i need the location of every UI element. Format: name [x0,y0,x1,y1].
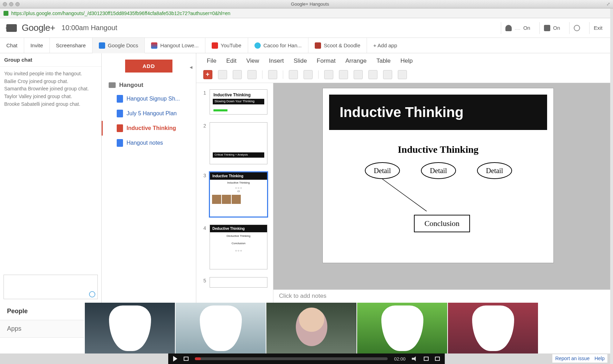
undo-button[interactable] [218,70,227,79]
menu-slide[interactable]: Slide [294,57,307,64]
detail-node[interactable]: Detail [477,162,512,179]
camera-toggle[interactable]: On [539,22,564,34]
detail-node[interactable]: Detail [421,162,456,179]
text-box-button[interactable] [368,70,377,79]
tab-cacoo[interactable]: Cacoo for Han... [248,38,308,53]
emoji-icon[interactable] [89,291,95,297]
paste-button[interactable] [247,70,257,79]
settings-player-icon[interactable] [435,357,440,361]
image-button[interactable] [383,70,392,79]
speaker-notes[interactable]: Click to add notes [273,289,613,303]
tab-invite[interactable]: Invite [24,38,50,53]
window-resize-edge[interactable] [610,8,613,364]
thumb-number: 4 [200,225,206,269]
avatar [212,195,221,204]
hangouts-header: Google+ 10:00am Hangout .... On On Exit [0,18,613,38]
chat-header: Group chat [0,53,101,67]
tab-lower-third[interactable]: Hangout Lowe... [145,38,205,53]
person-silhouette-icon [296,308,327,346]
participant-video[interactable] [448,303,538,353]
line-tool-button[interactable] [339,70,348,79]
tab-scoot-doodle[interactable]: Scoot & Doodle [308,38,367,53]
camera-icon [544,25,550,31]
menu-insert[interactable]: Insert [269,57,284,64]
menu-table[interactable]: Table [376,57,391,64]
settings-button[interactable] [569,22,584,34]
avatar [222,195,231,204]
slides-editor: File Edit View Insert Slide Format Arran… [196,53,613,303]
fit-button[interactable] [289,70,298,79]
exit-button[interactable]: Exit [589,22,607,34]
url-text: https://plus.google.com/hangouts/_/d3012… [11,11,230,16]
add-app-button[interactable]: + Add app [367,38,403,53]
gear-icon [574,25,580,31]
tab-google-docs[interactable]: Google Docs [93,38,145,53]
close-window-icon[interactable] [3,2,7,6]
menu-file[interactable]: File [207,57,216,64]
conclusion-node[interactable]: Conclusion [414,215,470,232]
slide-thumb-1[interactable]: Inductive Thinking Slowing Down Your Thi… [210,89,267,115]
folder-icon [109,82,116,88]
mic-toggle[interactable]: .... On [501,22,534,34]
doc-item-notes[interactable]: Hangout notes [102,136,196,150]
tab-chat[interactable]: Chat [0,38,24,53]
report-issue-link[interactable]: Report an issue [555,356,590,361]
slide-subtitle[interactable]: Inductive Thinking [323,144,553,155]
redo-button[interactable] [233,70,242,79]
add-document-button[interactable]: ADD [125,60,173,73]
tab-youtube[interactable]: YouTube [205,38,248,53]
slide-canvas-area[interactable]: Inductive Thinking Inductive Thinking De… [273,83,613,289]
fullscreen-icon[interactable] [424,357,429,361]
address-bar[interactable]: https://plus.google.com/hangouts/_/d3012… [0,8,613,18]
chat-input[interactable] [4,275,98,299]
paint-format-button[interactable] [268,70,277,79]
person-silhouette-icon [109,305,151,351]
menu-edit[interactable]: Edit [226,57,236,64]
tab-people[interactable]: People [0,303,84,320]
participant-video[interactable] [176,303,266,353]
seek-bar[interactable] [195,357,388,360]
participant-video[interactable] [85,303,175,353]
doc-item-signup[interactable]: Hangout Signup Sh... [102,91,196,106]
minimize-window-icon[interactable] [9,2,13,6]
app-tab-strip: Chat Invite Screenshare Google Docs Hang… [0,38,613,53]
menu-arrange[interactable]: Arrange [345,57,366,64]
participant-video[interactable] [266,303,356,353]
doc-item-july5[interactable]: July 5 Hangout Plan [102,106,196,121]
help-link[interactable]: Help [594,356,605,361]
menu-help[interactable]: Help [401,57,413,64]
link-button[interactable] [398,70,407,79]
folder-hangout[interactable]: Hangout [102,79,196,91]
stop-button-icon[interactable] [184,357,189,361]
zoom-window-icon[interactable] [15,2,20,6]
doc-item-inductive[interactable]: Inductive Thinking [102,121,196,136]
shape-tool-button[interactable] [354,70,363,79]
doc-icon [117,95,123,103]
slide-thumb-5[interactable] [210,277,267,288]
menu-format[interactable]: Format [317,57,336,64]
slide-title[interactable]: Inductive Thinking [329,95,547,130]
thumb-number: 2 [200,122,206,164]
slide-canvas[interactable]: Inductive Thinking Inductive Thinking De… [322,88,554,263]
expand-icon[interactable]: ⤢ [596,1,610,7]
window-controls[interactable] [3,2,20,6]
slide-thumb-3[interactable]: Inductive Thinking Inductive Thinking ○ … [210,172,267,217]
collapse-sidebar-icon[interactable]: ◂ [190,64,192,70]
collaborator-avatars [210,193,267,205]
tab-screenshare[interactable]: Screenshare [50,38,93,53]
menu-view[interactable]: View [246,57,259,64]
slide-thumb-2[interactable]: Critical Thinking + Analysis [210,122,267,164]
play-button-icon[interactable] [173,356,177,362]
seek-progress [195,357,201,360]
inductive-diagram[interactable]: Detail Detail Detail Conclusion [323,159,553,250]
zoom-button[interactable] [304,70,313,79]
select-tool-button[interactable] [324,70,333,79]
volume-icon[interactable] [412,356,417,361]
chat-log: You invited people into the hangout. Bai… [0,67,101,111]
detail-node[interactable]: Detail [365,162,400,179]
tab-apps[interactable]: Apps [0,320,84,338]
slide-thumbnails[interactable]: 1 Inductive Thinking Slowing Down Your T… [196,83,273,303]
participant-video[interactable] [357,303,447,353]
new-slide-button[interactable] [203,70,212,79]
slide-thumb-4[interactable]: Deductive Thinking Deductive Thinking Co… [210,225,267,269]
